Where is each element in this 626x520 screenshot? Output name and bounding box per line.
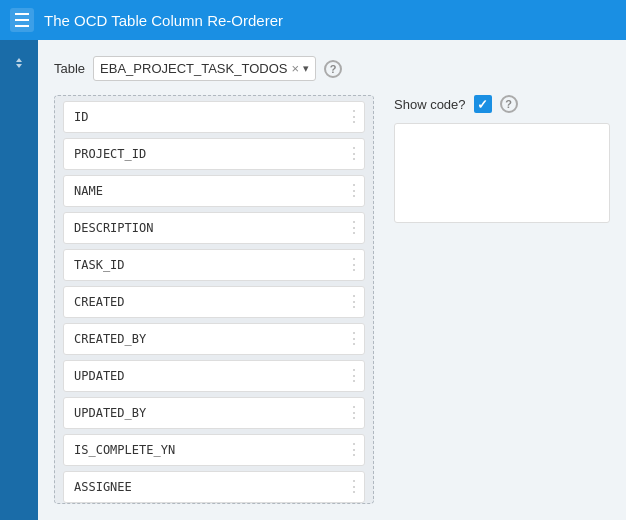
column-item[interactable]: PROJECT_ID <box>63 138 365 170</box>
menu-icon[interactable] <box>10 8 34 32</box>
column-item-text: DESCRIPTION <box>74 221 354 235</box>
table-select-clear[interactable]: × <box>291 62 299 75</box>
drag-handle-icon <box>348 472 360 502</box>
column-item-text: TASK_ID <box>74 258 354 272</box>
drag-handle-icon <box>348 435 360 465</box>
column-item[interactable]: ASSIGNEE <box>63 471 365 503</box>
drag-handle-icon <box>348 361 360 391</box>
table-select-arrow[interactable]: ▾ <box>303 62 309 75</box>
drag-handle-icon <box>348 213 360 243</box>
show-code-row: Show code? ? <box>394 95 610 113</box>
drag-handle-icon <box>348 139 360 169</box>
column-item-text: PROJECT_ID <box>74 147 354 161</box>
column-item-text: ASSIGNEE <box>74 480 354 494</box>
column-item[interactable]: ID <box>63 101 365 133</box>
content-area: Table EBA_PROJECT_TASK_TODOS × ▾ ? IDPRO… <box>38 40 626 520</box>
column-item[interactable]: UPDATED <box>63 360 365 392</box>
code-area <box>394 123 610 223</box>
column-item-text: IS_COMPLETE_YN <box>74 443 354 457</box>
sidebar-nav-icon[interactable] <box>4 48 34 78</box>
main-layout: Table EBA_PROJECT_TASK_TODOS × ▾ ? IDPRO… <box>0 40 626 520</box>
column-item[interactable]: CREATED_BY <box>63 323 365 355</box>
drag-handle-icon <box>348 102 360 132</box>
header: The OCD Table Column Re-Orderer <box>0 0 626 40</box>
show-code-label: Show code? <box>394 97 466 112</box>
show-code-checkbox[interactable] <box>474 95 492 113</box>
column-item[interactable]: CREATED <box>63 286 365 318</box>
column-item[interactable]: DESCRIPTION <box>63 212 365 244</box>
table-label: Table <box>54 61 85 76</box>
columns-panel: IDPROJECT_IDNAMEDESCRIPTIONTASK_IDCREATE… <box>54 95 374 504</box>
header-title: The OCD Table Column Re-Orderer <box>44 12 283 29</box>
column-item[interactable]: UPDATED_BY <box>63 397 365 429</box>
drag-handle-icon <box>348 398 360 428</box>
column-item[interactable]: IS_COMPLETE_YN <box>63 434 365 466</box>
column-item-text: ID <box>74 110 354 124</box>
column-item-text: UPDATED <box>74 369 354 383</box>
column-item[interactable]: NAME <box>63 175 365 207</box>
drag-handle-icon <box>348 176 360 206</box>
column-item-text: CREATED <box>74 295 354 309</box>
table-help-icon[interactable]: ? <box>324 60 342 78</box>
drag-handle-icon <box>348 287 360 317</box>
show-code-help-icon[interactable]: ? <box>500 95 518 113</box>
right-panel: Show code? ? <box>394 95 610 504</box>
column-item-text: UPDATED_BY <box>74 406 354 420</box>
table-selector-row: Table EBA_PROJECT_TASK_TODOS × ▾ ? <box>54 56 610 81</box>
table-select-value: EBA_PROJECT_TASK_TODOS <box>100 61 287 76</box>
column-item-text: NAME <box>74 184 354 198</box>
column-item-text: CREATED_BY <box>74 332 354 346</box>
columns-layout: IDPROJECT_IDNAMEDESCRIPTIONTASK_IDCREATE… <box>54 95 610 504</box>
sidebar <box>0 40 38 520</box>
column-item[interactable]: TASK_ID <box>63 249 365 281</box>
table-select[interactable]: EBA_PROJECT_TASK_TODOS × ▾ <box>93 56 316 81</box>
drag-handle-icon <box>348 250 360 280</box>
drag-handle-icon <box>348 324 360 354</box>
